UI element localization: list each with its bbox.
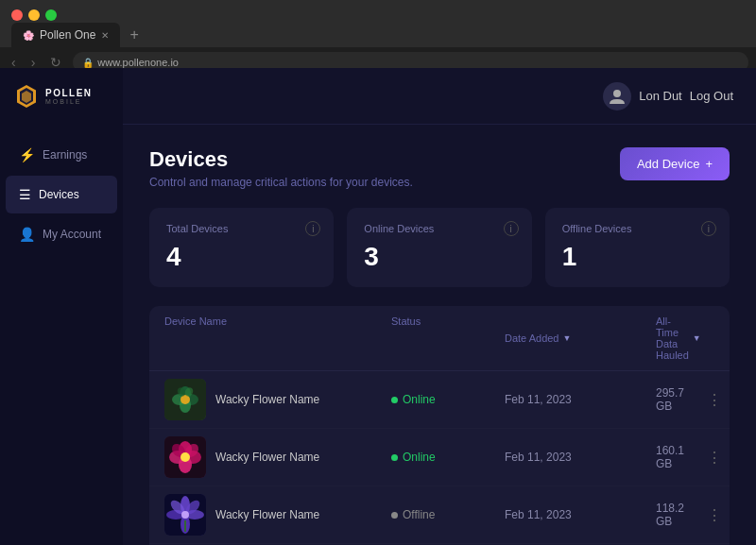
sort-date-icon: ▼ — [563, 333, 572, 343]
status-cell-1: Online — [391, 393, 505, 406]
status-cell-3: Offline — [391, 508, 505, 521]
sidebar-item-earnings-label: Earnings — [43, 148, 87, 162]
stat-card-total: Total Devices 4 i — [149, 208, 334, 287]
page-title-area: Devices Control and manage critical acti… — [149, 147, 413, 189]
svg-point-27 — [181, 511, 189, 519]
data-cell-2: 160.1 GB — [656, 444, 684, 470]
logo-sub-text: MOBILE — [45, 98, 93, 105]
stat-label-online: Online Devices — [364, 223, 514, 234]
devices-icon: ☰ — [19, 187, 31, 202]
device-name-text-1: Wacky Flower Name — [215, 393, 319, 406]
row-menu-2[interactable]: ⋮ — [684, 449, 722, 467]
active-tab[interactable]: 🌸 Pollen One ✕ — [11, 23, 120, 47]
col-date-added[interactable]: Date Added ▼ — [505, 315, 656, 361]
table-header: Device Name Status Date Added ▼ All-Time… — [149, 306, 730, 371]
new-tab-button[interactable]: + — [124, 25, 144, 45]
row-menu-1[interactable]: ⋮ — [684, 391, 722, 409]
user-avatar — [603, 82, 631, 111]
main-content: Lon Dut Log Out Devices Control and mana… — [123, 68, 756, 545]
device-thumb-3 — [164, 494, 206, 536]
tab-close-icon[interactable]: ✕ — [101, 30, 109, 41]
logo-main-text: POLLEN — [45, 88, 93, 98]
sidebar-item-account[interactable]: 👤 My Account — [6, 215, 117, 253]
tab-title: Pollen One — [40, 28, 95, 42]
plus-icon: + — [705, 157, 713, 171]
topbar: Lon Dut Log Out — [123, 68, 756, 125]
sidebar-item-devices-label: Devices — [39, 188, 79, 201]
stat-label-offline: Offline Devices — [562, 223, 713, 234]
url-text: www.pollenone.io — [97, 57, 179, 68]
add-device-label: Add Device — [637, 157, 699, 171]
status-cell-2: Online — [391, 451, 505, 464]
col-data-hauled[interactable]: All-Time Data Hauled ▼ — [656, 315, 701, 361]
row-menu-3[interactable]: ⋮ — [684, 506, 722, 524]
close-button[interactable] — [11, 9, 23, 21]
col-date-label: Date Added — [505, 332, 559, 344]
sidebar-item-earnings[interactable]: ⚡ Earnings — [6, 136, 117, 174]
date-cell-3: Feb 11, 2023 — [505, 508, 656, 521]
lock-icon: 🔒 — [82, 58, 94, 68]
stat-info-online[interactable]: i — [504, 221, 519, 236]
status-text-3: Offline — [403, 508, 435, 521]
maximize-button[interactable] — [45, 9, 57, 21]
stat-info-total[interactable]: i — [305, 221, 320, 236]
user-icon-svg — [609, 88, 626, 105]
stat-info-offline[interactable]: i — [701, 221, 716, 236]
svg-point-19 — [180, 452, 190, 462]
col-device-name: Device Name — [164, 315, 391, 361]
col-actions — [701, 315, 730, 361]
devices-table: Device Name Status Date Added ▼ All-Time… — [149, 306, 730, 545]
page-title: Devices — [149, 147, 413, 172]
user-name: Lon Dut — [639, 89, 682, 103]
status-text-1: Online — [403, 393, 436, 406]
flower-svg-2 — [164, 436, 206, 478]
sort-data-icon: ▼ — [693, 333, 701, 343]
logout-button[interactable]: Log Out — [690, 89, 733, 103]
browser-chrome: 🌸 Pollen One ✕ + ‹ › ↻ 🔒 www.pollenone.i… — [0, 0, 756, 68]
data-cell-3: 118.2 GB — [656, 502, 684, 528]
account-icon: 👤 — [19, 227, 35, 242]
flower-svg-3 — [164, 494, 206, 536]
device-name-cell-2: Wacky Flower Name — [164, 436, 391, 478]
logo-icon — [13, 83, 40, 110]
device-name-cell-1: Wacky Flower Name — [164, 379, 391, 420]
stat-value-total: 4 — [166, 242, 317, 272]
device-thumb-1 — [164, 379, 206, 420]
status-text-2: Online — [403, 451, 436, 464]
device-thumb-2 — [164, 436, 206, 478]
stat-card-online: Online Devices 3 i — [347, 208, 531, 287]
sidebar-nav: ⚡ Earnings ☰ Devices 👤 My Account — [0, 134, 123, 545]
logo-area: POLLEN MOBILE — [0, 68, 123, 125]
stat-value-online: 3 — [364, 242, 514, 272]
content-area: Devices Control and manage critical acti… — [123, 125, 756, 545]
stat-label-total: Total Devices — [166, 223, 317, 234]
logo-text-area: POLLEN MOBILE — [45, 88, 93, 105]
stats-row: Total Devices 4 i Online Devices 3 i Off… — [149, 208, 730, 287]
data-cell-1: 295.7 GB — [656, 386, 684, 413]
minimize-button[interactable] — [28, 9, 40, 21]
col-data-label: All-Time Data Hauled — [656, 315, 689, 361]
status-dot-1 — [391, 397, 398, 403]
user-area[interactable]: Lon Dut Log Out — [603, 82, 733, 111]
date-cell-1: Feb 11, 2023 — [505, 393, 656, 406]
device-name-text-2: Wacky Flower Name — [215, 451, 319, 464]
flower-svg-1 — [164, 379, 206, 420]
sidebar: POLLEN MOBILE ⚡ Earnings ☰ Devices 👤 My … — [0, 68, 123, 545]
stat-value-offline: 1 — [562, 242, 713, 272]
earnings-icon: ⚡ — [19, 147, 35, 162]
page-header: Devices Control and manage critical acti… — [149, 147, 730, 189]
app-container: POLLEN MOBILE ⚡ Earnings ☰ Devices 👤 My … — [0, 68, 756, 545]
page-subtitle: Control and manage critical actions for … — [149, 176, 413, 189]
svg-point-3 — [613, 90, 621, 97]
sidebar-item-account-label: My Account — [43, 228, 101, 241]
add-device-button[interactable]: Add Device + — [620, 147, 730, 180]
date-cell-2: Feb 11, 2023 — [505, 451, 656, 464]
status-dot-3 — [391, 512, 398, 519]
col-status: Status — [391, 315, 505, 361]
sidebar-item-devices[interactable]: ☰ Devices — [6, 176, 117, 213]
device-name-text-3: Wacky Flower Name — [215, 508, 319, 521]
table-row[interactable]: Wacky Flower Name Offline Feb 11, 2023 1… — [149, 486, 730, 544]
table-row[interactable]: Wacky Flower Name Online Feb 11, 2023 29… — [149, 371, 730, 429]
stat-card-offline: Offline Devices 1 i — [545, 208, 730, 287]
table-row[interactable]: Wacky Flower Name Online Feb 11, 2023 16… — [149, 429, 730, 486]
